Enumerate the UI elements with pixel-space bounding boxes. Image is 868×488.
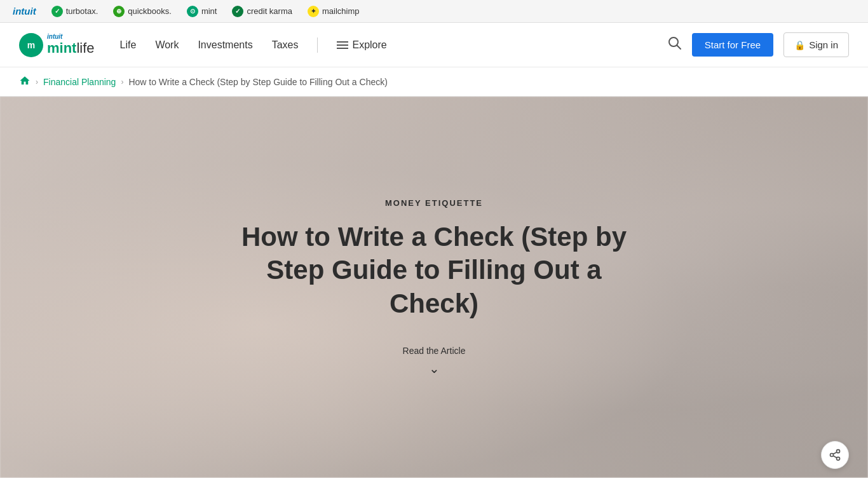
brand-turbotax[interactable]: turbotax. xyxy=(51,6,98,17)
mint-icon: ⊙ xyxy=(187,6,198,17)
home-icon xyxy=(19,75,31,86)
lock-icon: 🔒 xyxy=(794,40,805,50)
breadcrumb-home[interactable] xyxy=(19,75,31,88)
breadcrumb: › Financial Planning › How to Write a Ch… xyxy=(0,67,868,97)
nav-item-work[interactable]: Work xyxy=(155,39,179,51)
quickbooks-icon: ⊕ xyxy=(113,6,125,17)
hero-category: MONEY ETIQUETTE xyxy=(224,198,644,208)
search-button[interactable] xyxy=(668,36,682,53)
brand-mailchimp[interactable]: ✦ mailchimp xyxy=(308,6,360,17)
nav-actions: Start for Free 🔒 Sign in xyxy=(668,32,849,57)
svg-line-3 xyxy=(677,46,681,50)
read-article-button[interactable]: Read the Article ⌄ xyxy=(224,346,644,376)
nav-item-life[interactable]: Life xyxy=(120,39,137,51)
nav-divider xyxy=(317,37,318,53)
explore-label: Explore xyxy=(352,39,386,51)
brand-quickbooks[interactable]: ⊕ quickbooks. xyxy=(113,6,172,17)
nav-item-taxes[interactable]: Taxes xyxy=(272,39,299,51)
creditkarma-icon: ✓ xyxy=(232,6,243,17)
quickbooks-label: quickbooks. xyxy=(128,6,172,16)
share-icon xyxy=(829,449,841,461)
svg-text:m: m xyxy=(27,40,35,50)
hero-title: How to Write a Check (Step by Step Guide… xyxy=(224,220,644,321)
intuit-logo: intuit xyxy=(13,6,36,17)
brand-creditkarma[interactable]: ✓ credit karma xyxy=(232,6,292,17)
start-for-free-button[interactable]: Start for Free xyxy=(692,33,773,57)
brand-bar: intuit turbotax. ⊕ quickbooks. ⊙ mint ✓ … xyxy=(0,0,868,23)
chevron-down-icon: ⌄ xyxy=(429,361,440,376)
logo[interactable]: m intuit mintlife xyxy=(19,33,95,57)
hero-section: MONEY ETIQUETTE How to Write a Check (St… xyxy=(0,97,868,478)
brand-mint[interactable]: ⊙ mint xyxy=(187,6,217,17)
search-icon xyxy=(668,36,682,50)
nav-item-investments[interactable]: Investments xyxy=(198,39,252,51)
turbotax-label: turbotax. xyxy=(66,6,98,16)
main-navigation: Life Work Investments Taxes Explore xyxy=(120,37,668,53)
breadcrumb-financial-planning[interactable]: Financial Planning xyxy=(43,77,116,87)
creditkarma-label: credit karma xyxy=(247,6,292,16)
breadcrumb-sep-2: › xyxy=(121,78,123,86)
mint-label: mint xyxy=(201,6,217,16)
mailchimp-label: mailchimp xyxy=(322,6,360,16)
hamburger-icon xyxy=(337,41,348,49)
main-nav: m intuit mintlife Life Work Investments … xyxy=(0,23,868,67)
breadcrumb-current: How to Write a Check (Step by Step Guide… xyxy=(128,77,387,87)
nav-explore[interactable]: Explore xyxy=(337,39,386,51)
logo-icon: m xyxy=(19,33,43,57)
sign-in-button[interactable]: 🔒 Sign in xyxy=(783,32,849,57)
mailchimp-icon: ✦ xyxy=(308,6,319,17)
turbotax-icon xyxy=(51,6,63,17)
sign-in-label: Sign in xyxy=(809,39,838,50)
hero-content: MONEY ETIQUETTE How to Write a Check (St… xyxy=(212,186,656,390)
share-button[interactable] xyxy=(821,441,849,469)
brand-intuit[interactable]: intuit xyxy=(13,6,36,17)
breadcrumb-sep-1: › xyxy=(36,78,38,86)
read-article-label: Read the Article xyxy=(403,346,466,356)
logo-text: intuit mintlife xyxy=(47,33,95,57)
